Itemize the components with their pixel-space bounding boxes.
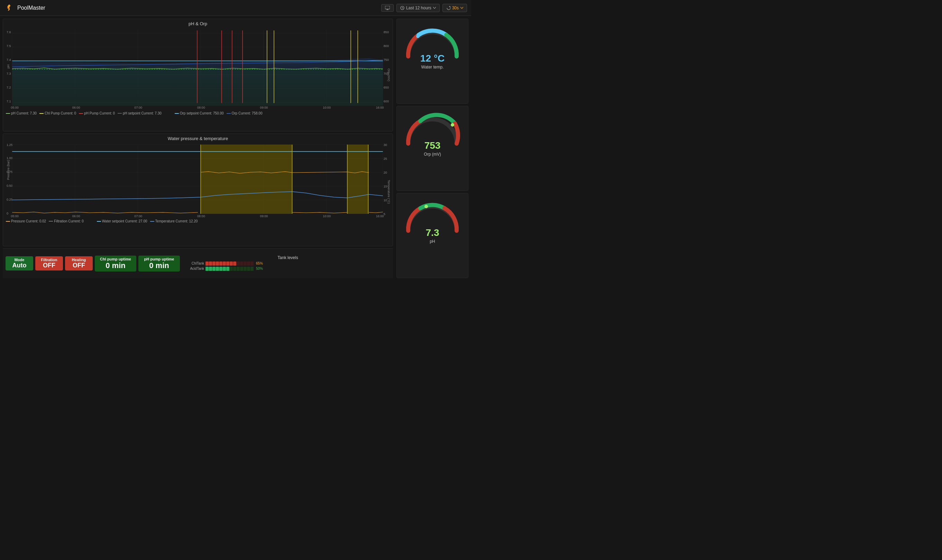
- refresh-label: 30s: [452, 6, 459, 10]
- mode-value: Auto: [9, 262, 30, 269]
- acid-sq-6: [223, 267, 226, 271]
- svg-text:7.1: 7.1: [6, 100, 11, 103]
- mode-label: Mode: [9, 258, 30, 262]
- filtration-value: OFF: [39, 262, 60, 269]
- svg-marker-7: [449, 6, 450, 7]
- svg-text:7.3: 7.3: [6, 72, 11, 75]
- chl-sq-9: [233, 262, 236, 266]
- heating-label: Heating: [68, 258, 89, 262]
- svg-text:10:00: 10:00: [323, 106, 331, 109]
- time-range-button[interactable]: Last 12 hours: [396, 4, 440, 12]
- svg-rect-1: [385, 6, 390, 9]
- heating-value: OFF: [68, 262, 89, 269]
- legend-filtration: Filtration Current: 0: [49, 219, 84, 223]
- monitor-icon: [385, 6, 390, 10]
- svg-text:650: 650: [384, 86, 389, 89]
- svg-rect-86: [201, 145, 292, 214]
- ph-pump-button[interactable]: pH pump uptime 0 min: [139, 255, 180, 272]
- filtration-button[interactable]: Filtration OFF: [35, 256, 63, 271]
- chl-pump-value: 0 min: [98, 261, 133, 270]
- svg-text:09:00: 09:00: [260, 106, 268, 109]
- chl-sq-13: [247, 262, 250, 266]
- acid-sq-5: [219, 267, 222, 271]
- acid-sq-13: [247, 267, 250, 271]
- legend-orp: Orp Current: 758.00: [226, 111, 263, 115]
- acid-sq-3: [212, 267, 215, 271]
- chl-tank-bar: [205, 262, 254, 266]
- ph-orp-title: pH & Orp: [3, 19, 392, 27]
- acid-sq-9: [233, 267, 236, 271]
- svg-point-93: [416, 35, 420, 38]
- tank-levels-title: Tank levels: [185, 255, 390, 260]
- svg-text:09:00: 09:00: [260, 214, 268, 218]
- svg-text:0: 0: [6, 212, 8, 215]
- chl-sq-11: [240, 262, 243, 266]
- pressure-temp-legend: Pressure Current: 0.02 Filtration Curren…: [3, 218, 392, 225]
- pressure-temp-chart: 1.25 1.00 0.75 0.50 0.25 0 Pressure (bar…: [6, 142, 390, 218]
- chevron-down-refresh-icon: [460, 7, 463, 9]
- svg-text:5: 5: [384, 212, 385, 216]
- svg-text:850: 850: [384, 31, 389, 34]
- acid-sq-2: [209, 267, 212, 271]
- water-temp-value: 12 °C: [420, 53, 445, 64]
- svg-point-94: [451, 123, 454, 126]
- ph-pump-label: pH pump uptime: [142, 257, 176, 261]
- svg-text:06:00: 06:00: [72, 106, 80, 109]
- heating-button[interactable]: Heating OFF: [65, 256, 93, 271]
- svg-text:08:00: 08:00: [197, 214, 205, 218]
- legend-ph-setpoint: pH setpoint Current: 7.30: [118, 111, 162, 115]
- chl-tank-label: ChlTank: [185, 262, 204, 265]
- main-layout: pH & Orp 7.6 7.5 7.4 7.3 7.2 7.1 pH 850 …: [0, 16, 471, 280]
- legend-ph: pH Current: 7.30: [6, 111, 37, 115]
- mode-button[interactable]: Mode Auto: [6, 256, 33, 271]
- chl-sq-14: [251, 262, 254, 266]
- acid-sq-11: [240, 267, 243, 271]
- water-temp-label: Water temp.: [421, 65, 444, 69]
- svg-text:20: 20: [384, 171, 387, 174]
- chl-sq-5: [219, 262, 222, 266]
- svg-text:16:00: 16:00: [376, 106, 384, 109]
- chl-sq-6: [223, 262, 226, 266]
- chl-sq-8: [230, 262, 233, 266]
- acid-tank-label: AcidTank: [185, 267, 204, 271]
- pressure-temp-panel: Water pressure & temperature 1.25 1.00 0…: [3, 134, 393, 246]
- chl-sq-4: [216, 262, 219, 266]
- time-range-label: Last 12 hours: [406, 6, 431, 10]
- svg-rect-87: [347, 145, 368, 214]
- monitor-button[interactable]: [381, 4, 394, 12]
- svg-text:pH: pH: [6, 65, 10, 68]
- chl-sq-10: [237, 262, 240, 266]
- svg-text:07:00: 07:00: [134, 106, 142, 109]
- svg-text:7.5: 7.5: [6, 44, 11, 48]
- refresh-button[interactable]: 30s: [442, 4, 467, 12]
- legend-pressure: Pressure Current: 0.02: [6, 219, 46, 223]
- chl-sq-7: [226, 262, 229, 266]
- legend-water-setpoint: Water setpoint Current: 27.00: [97, 219, 147, 223]
- svg-text:06:00: 06:00: [72, 214, 80, 218]
- bottom-controls: Mode Auto Filtration OFF Heating OFF Chl…: [3, 248, 393, 278]
- acid-sq-7: [226, 267, 229, 271]
- acid-sq-8: [230, 267, 233, 271]
- svg-text:16:00: 16:00: [376, 214, 384, 218]
- tank-levels-section: Tank levels ChlTank: [185, 255, 390, 272]
- chl-pump-button[interactable]: Chl pump uptime 0 min: [95, 255, 136, 272]
- pressure-temp-svg: 1.25 1.00 0.75 0.50 0.25 0 Pressure (bar…: [6, 142, 390, 218]
- ph-orp-svg: 7.6 7.5 7.4 7.3 7.2 7.1 pH 850 800 750 7…: [6, 27, 390, 110]
- svg-text:Temperature (°C): Temperature (°C): [387, 180, 390, 204]
- pressure-temp-title: Water pressure & temperature: [3, 134, 392, 142]
- svg-text:0.25: 0.25: [6, 198, 13, 201]
- chl-pump-label: Chl pump uptime: [98, 257, 133, 261]
- legend-chl-pump: Chl Pump Current: 0: [39, 111, 76, 115]
- chl-sq-12: [243, 262, 247, 266]
- legend-ph-pump: pH Pump Current: 0: [79, 111, 115, 115]
- charts-column: pH & Orp 7.6 7.5 7.4 7.3 7.2 7.1 pH 850 …: [0, 16, 395, 280]
- svg-text:7.2: 7.2: [6, 86, 11, 89]
- header-right: Last 12 hours 30s: [381, 4, 467, 12]
- svg-text:1.25: 1.25: [6, 143, 13, 147]
- legend-temperature: Temperature Current: 12.20: [150, 219, 198, 223]
- svg-line-6: [402, 8, 403, 9]
- ph-pump-value: 0 min: [142, 261, 176, 270]
- legend-orp-setpoint: Orp setpoint Current: 750.00: [175, 111, 224, 115]
- chl-sq-3: [212, 262, 215, 266]
- ph-orp-chart: 7.6 7.5 7.4 7.3 7.2 7.1 pH 850 800 750 7…: [6, 27, 390, 110]
